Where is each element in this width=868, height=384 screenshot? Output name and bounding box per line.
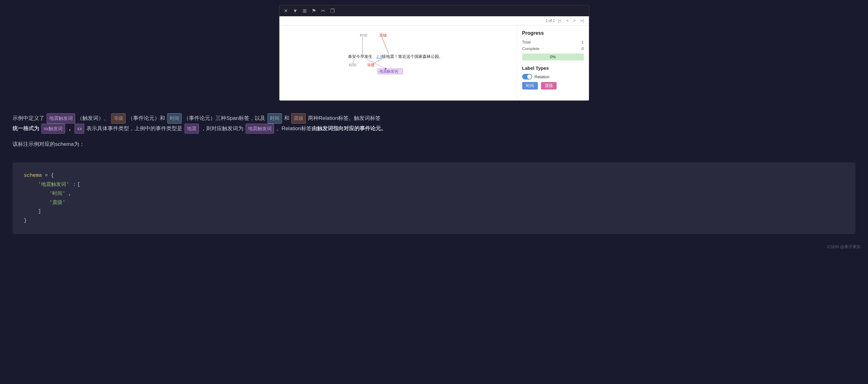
toolbar: ✕ ▼ ⊞ ⚑ ✂ ❐ bbox=[279, 5, 589, 16]
time-tag-button[interactable]: 时间 bbox=[522, 82, 538, 90]
tag-earthquake-trigger2: 地震触发词 bbox=[246, 124, 274, 134]
svg-text:级地震！靠近这个国家森林公园。: 级地震！靠近这个国家森林公园。 bbox=[382, 54, 443, 59]
next-page-button[interactable]: > bbox=[572, 18, 577, 24]
code-line-2: '地震触发词' ：[ bbox=[24, 180, 844, 189]
pagination-row: 1 of 1 |< < > >| bbox=[279, 16, 589, 25]
tag-xx-trigger: xx触发词 bbox=[41, 124, 65, 134]
code-line-3: '时间' , bbox=[24, 189, 844, 199]
text-p6: 表示具体事件类型，上例中的事件类型是 bbox=[87, 126, 182, 132]
text-p2: （事件论元）和 bbox=[128, 115, 165, 121]
tag-time-relation: 时间 bbox=[268, 113, 282, 124]
code-line-5: ] bbox=[24, 207, 844, 216]
svg-text:·地震触发词: ·地震触发词 bbox=[378, 69, 398, 74]
annotation-inner: ✕ ▼ ⊞ ⚑ ✂ ❐ 1 of 1 |< < > >| bbox=[279, 5, 589, 101]
text-p7: ，则对应触发词为 bbox=[201, 126, 243, 132]
filter-icon[interactable]: ▼ bbox=[293, 8, 298, 14]
code-block: schema = { '地震触发词' ：[ '时间' , '震级' ] } bbox=[12, 163, 856, 234]
copy-icon[interactable]: ❐ bbox=[330, 8, 335, 14]
progress-bar: 0% bbox=[522, 54, 584, 60]
article-paragraph-1: 示例中定义了 地震触发词 （触发词）、 等级 （事件论元）和 时间 （事件论元）… bbox=[12, 113, 856, 134]
table-icon[interactable]: ⊞ bbox=[303, 8, 307, 14]
tag-earthquake-trigger: 地震触发词 bbox=[47, 113, 75, 124]
text-p4: 和 bbox=[284, 115, 289, 121]
tag-level-relation: 震级 bbox=[291, 113, 306, 124]
footer: CSDN @果子果实 bbox=[0, 242, 868, 252]
svg-line-11 bbox=[372, 59, 382, 64]
complete-label: Complete bbox=[522, 46, 540, 51]
code-line-4: '震级' bbox=[24, 199, 844, 208]
svg-text:·时间: ·时间 bbox=[348, 63, 356, 67]
text-p3: （事件论元）三种Span标签，以及 bbox=[184, 115, 265, 121]
code-line-6: } bbox=[24, 216, 844, 225]
tag-xx: xx bbox=[74, 124, 84, 134]
text-format-bold: 统一格式为 bbox=[12, 126, 39, 132]
bookmark-icon[interactable]: ⚑ bbox=[312, 8, 316, 14]
text-p8: 。Relation标签 bbox=[276, 126, 312, 132]
page: ✕ ▼ ⊞ ⚑ ✂ ❐ 1 of 1 |< < > >| bbox=[0, 0, 868, 384]
tool-and-panel: 时间 震级 泰安今早发生 2.9 级地震！靠近这个国家森林公园。 bbox=[279, 25, 589, 101]
progress-title: Progress bbox=[522, 30, 584, 36]
page-number: 1 of 1 bbox=[545, 19, 555, 23]
article-paragraph-2: 该标注示例对应的schema为： bbox=[12, 139, 856, 149]
progress-complete-row: Complete 0 bbox=[522, 46, 584, 51]
text-p5: 两种Relation标签。触发词标签 bbox=[308, 115, 380, 121]
progress-total-row: Total 1 bbox=[522, 40, 584, 44]
code-schema-keyword: schema bbox=[24, 173, 42, 178]
progress-section: Progress Total 1 Complete 0 0% bbox=[522, 30, 584, 60]
svg-text:震级: 震级 bbox=[379, 33, 387, 38]
right-panel: Progress Total 1 Complete 0 0% bbox=[517, 25, 589, 101]
tag-time-span: 时间 bbox=[167, 113, 182, 124]
first-page-button[interactable]: |< bbox=[557, 18, 563, 24]
text-comma-bold: ， bbox=[67, 126, 72, 132]
tag-level-span: 等级 bbox=[111, 113, 126, 124]
progress-percent: 0% bbox=[522, 54, 584, 60]
svg-line-3 bbox=[382, 37, 389, 54]
canvas-area: 时间 震级 泰安今早发生 2.9 级地震！靠近这个国家森林公园。 bbox=[279, 25, 517, 101]
footer-text: CSDN @果子果实 bbox=[827, 244, 861, 249]
tag-earthquake: 地震 bbox=[185, 124, 199, 134]
svg-text:泰安今早发生: 泰安今早发生 bbox=[348, 54, 372, 59]
svg-text:时间: 时间 bbox=[360, 33, 367, 38]
tag-buttons-row: 时间 震级 bbox=[522, 82, 584, 90]
scissors-icon[interactable]: ✂ bbox=[321, 8, 325, 14]
annotation-diagram: 时间 震级 泰安今早发生 2.9 级地震！靠近这个国家森林公园。 bbox=[348, 30, 448, 87]
total-value: 1 bbox=[581, 40, 584, 44]
label-types-section: Label Types Relation 时间 震级 bbox=[522, 65, 584, 90]
complete-value: 0 bbox=[581, 46, 584, 51]
label-types-title: Label Types bbox=[522, 65, 584, 71]
relation-toggle[interactable] bbox=[522, 74, 532, 79]
text-p1: （触发词）、 bbox=[77, 115, 109, 121]
diagram-svg: 时间 震级 泰安今早发生 2.9 级地震！靠近这个国家森林公园。 bbox=[348, 30, 448, 87]
relation-label: Relation bbox=[535, 74, 550, 79]
text-relation-bold: 由触发词指向对应的事件论元。 bbox=[312, 126, 386, 132]
annotation-wrapper: ✕ ▼ ⊞ ⚑ ✂ ❐ 1 of 1 |< < > >| bbox=[279, 5, 589, 101]
svg-text:·等级: ·等级 bbox=[366, 63, 375, 67]
relation-toggle-row: Relation bbox=[522, 74, 584, 79]
total-label: Total bbox=[522, 40, 531, 44]
level-tag-button[interactable]: 震级 bbox=[541, 82, 557, 90]
code-line-1: schema = { bbox=[24, 171, 844, 180]
annotation-tool-section: ✕ ▼ ⊞ ⚑ ✂ ❐ 1 of 1 |< < > >| bbox=[0, 0, 868, 106]
text-intro: 示例中定义了 bbox=[12, 115, 44, 121]
prev-page-button[interactable]: < bbox=[565, 18, 570, 24]
last-page-button[interactable]: >| bbox=[579, 18, 585, 24]
close-icon[interactable]: ✕ bbox=[284, 8, 288, 14]
article-content: 示例中定义了 地震触发词 （触发词）、 等级 （事件论元）和 时间 （事件论元）… bbox=[0, 106, 868, 163]
svg-text:2.9: 2.9 bbox=[376, 54, 382, 59]
